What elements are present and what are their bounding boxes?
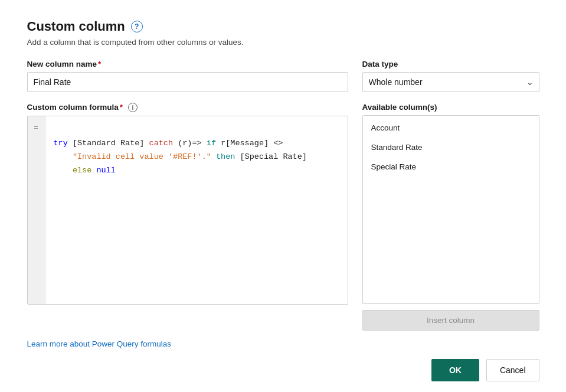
- column-item-standard-rate[interactable]: Standard Rate: [363, 138, 539, 157]
- column-name-label: New column name*: [27, 60, 348, 68]
- column-name-section: New column name*: [27, 60, 348, 92]
- data-type-section: Data type Whole number Decimal number Te…: [362, 60, 539, 92]
- required-star: *: [98, 60, 101, 68]
- formula-section: Custom column formula* i = try [Standard…: [27, 103, 539, 331]
- column-item-account[interactable]: Account: [363, 118, 539, 138]
- columns-list: Account Standard Rate Special Rate: [362, 115, 539, 304]
- learn-more-link[interactable]: Learn more about Power Query formulas: [27, 339, 172, 348]
- title-row: Custom column ?: [27, 19, 539, 34]
- data-type-select-wrapper: Whole number Decimal number Text True/Fa…: [362, 72, 539, 92]
- column-item-special-rate[interactable]: Special Rate: [363, 157, 539, 177]
- help-icon[interactable]: ?: [131, 21, 143, 32]
- top-form-row: New column name* Data type Whole number …: [27, 60, 539, 92]
- data-type-select[interactable]: Whole number Decimal number Text True/Fa…: [362, 72, 539, 92]
- ok-button[interactable]: OK: [431, 359, 479, 381]
- formula-right: Available column(s) Account Standard Rat…: [362, 103, 539, 331]
- formula-required-star: *: [120, 103, 123, 112]
- formula-label: Custom column formula* i: [27, 103, 348, 112]
- cancel-button[interactable]: Cancel: [486, 359, 539, 381]
- formula-gutter: =: [28, 116, 45, 304]
- column-name-input[interactable]: [27, 72, 348, 92]
- dialog-subtitle: Add a column that is computed from other…: [27, 38, 539, 47]
- formula-left: Custom column formula* i = try [Standard…: [27, 103, 348, 331]
- formula-editor[interactable]: try [Standard Rate] catch (r)=> if r[Mes…: [45, 116, 348, 304]
- insert-column-button[interactable]: Insert column: [362, 310, 539, 331]
- custom-column-dialog: Custom column ? Add a column that is com…: [6, 0, 561, 392]
- formula-info-icon[interactable]: i: [128, 103, 138, 112]
- dialog-footer: OK Cancel: [27, 359, 539, 381]
- available-columns-label: Available column(s): [362, 103, 539, 112]
- dialog-title: Custom column: [27, 19, 125, 34]
- data-type-label: Data type: [362, 60, 539, 68]
- formula-editor-wrapper: = try [Standard Rate] catch (r)=> if r[M…: [27, 116, 348, 305]
